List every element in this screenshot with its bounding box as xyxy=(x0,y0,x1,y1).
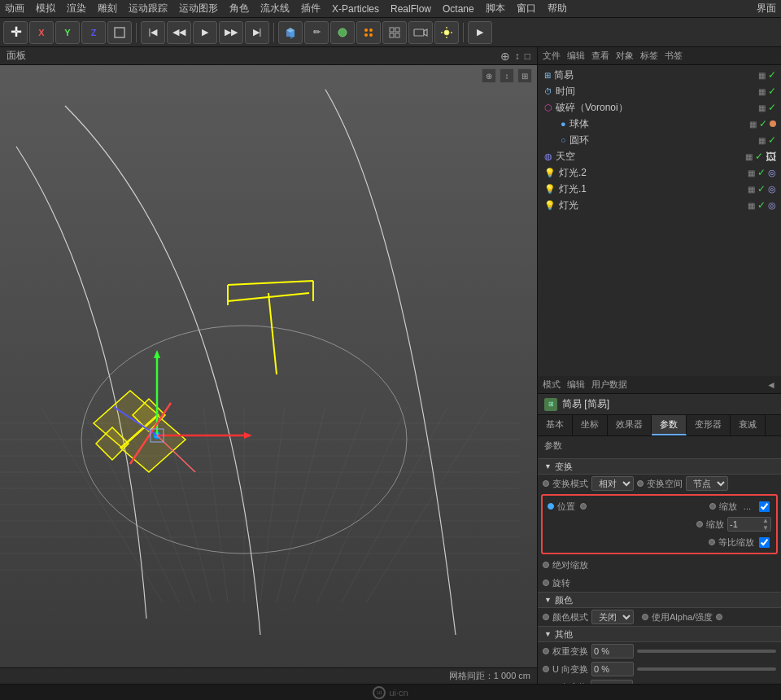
panel-collapse-arrow[interactable]: ◄ xyxy=(766,379,776,391)
scale-dot[interactable] xyxy=(709,503,716,510)
scene-item-time[interactable]: ⏱ 时间 ▦ ✓ xyxy=(538,83,781,99)
proportional-row: 等比缩放 xyxy=(544,533,774,551)
scene-item-light1[interactable]: 💡 灯光.1 ▦ ✓ ◎ xyxy=(538,181,781,197)
scene-item-light2[interactable]: 💡 灯光.2 ▦ ✓ ◎ xyxy=(538,164,781,181)
menu-item-simulate[interactable]: 模拟 xyxy=(36,2,55,15)
menu-item-pipeline[interactable]: 流水线 xyxy=(260,2,290,15)
weight-slider[interactable] xyxy=(637,650,776,653)
section-color[interactable]: ▼ 颜色 xyxy=(538,592,781,608)
scale-input[interactable] xyxy=(728,518,761,530)
play-forward-btn[interactable]: ▶▶ xyxy=(219,21,243,44)
scene-toolbar-file[interactable]: 文件 xyxy=(543,50,561,62)
nav-move-icon[interactable]: ⊕ xyxy=(482,68,496,83)
menu-item-window[interactable]: 窗口 xyxy=(517,2,536,15)
color-mode-select[interactable]: 关闭 开启 xyxy=(591,610,634,624)
position-dot2[interactable] xyxy=(580,503,587,510)
v-input[interactable] xyxy=(591,681,626,684)
rotation-dot[interactable] xyxy=(543,580,549,586)
nav-fullscreen-icon[interactable]: ⊞ xyxy=(517,68,532,83)
z-axis-btn[interactable]: Z xyxy=(81,21,106,44)
section-transform[interactable]: ▼ 变换 xyxy=(538,458,781,475)
u-dot[interactable] xyxy=(543,666,549,672)
scene-toolbar-object[interactable]: 对象 xyxy=(616,50,634,62)
scale-check[interactable] xyxy=(759,501,770,512)
menu-item-script[interactable]: 脚本 xyxy=(486,2,505,15)
weight-field[interactable] xyxy=(591,644,634,658)
menu-item-motion-graph[interactable]: 运动图形 xyxy=(179,2,218,15)
tab-effector[interactable]: 效果器 xyxy=(608,415,652,435)
tab-params[interactable]: 参数 xyxy=(652,415,687,435)
scale-up-arrow[interactable]: ▲ xyxy=(761,517,770,524)
prop-scale-dot[interactable] xyxy=(709,539,715,545)
scene-item-light[interactable]: 💡 灯光 ▦ ✓ ◎ xyxy=(538,197,781,213)
scale-down-arrow[interactable]: ▼ xyxy=(761,524,770,532)
tab-deform[interactable]: 变形器 xyxy=(687,415,731,435)
play-btn[interactable]: ▶ xyxy=(193,21,217,44)
menu-item-animation[interactable]: 动画 xyxy=(5,2,24,15)
transform-space-select[interactable]: 节点 全局 xyxy=(686,476,728,491)
scene-toolbar-bookmark[interactable]: 书签 xyxy=(665,50,683,62)
y-axis-btn[interactable]: Y xyxy=(55,21,80,44)
menu-item-octane[interactable]: Octane xyxy=(443,3,474,15)
v-field[interactable] xyxy=(591,680,633,684)
transform-mode-dot[interactable] xyxy=(543,480,549,487)
obj-btn[interactable] xyxy=(330,21,355,44)
play-end-btn[interactable]: ▶| xyxy=(245,21,269,44)
grid-btn[interactable] xyxy=(382,21,407,44)
viewport-zoom-icon[interactable]: ↕ xyxy=(515,50,520,62)
u-input[interactable] xyxy=(592,663,626,675)
tab-coord[interactable]: 坐标 xyxy=(573,415,608,435)
prop-scale-check[interactable] xyxy=(759,537,770,548)
scale-input-field[interactable]: ▲ ▼ xyxy=(727,517,771,532)
menu-item-xparticles[interactable]: X-Particles xyxy=(332,3,379,15)
scene-item-sky[interactable]: ◍ 天空 ▦ ✓ 🖼 xyxy=(538,148,781,164)
alpha-dot[interactable] xyxy=(642,614,648,620)
weight-dot[interactable] xyxy=(543,648,549,654)
cube-btn[interactable] xyxy=(278,21,303,44)
light-btn[interactable] xyxy=(434,21,459,44)
play-begin-btn[interactable]: |◀ xyxy=(141,21,165,44)
select-btn[interactable] xyxy=(107,21,132,44)
scene-toolbar-edit[interactable]: 编辑 xyxy=(567,50,585,62)
transform-space-dot[interactable] xyxy=(637,480,644,487)
scene-toolbar-tag[interactable]: 标签 xyxy=(640,50,658,62)
x-axis-btn[interactable]: X xyxy=(29,21,54,44)
menu-item-help[interactable]: 帮助 xyxy=(548,2,567,15)
pen-btn[interactable]: ✏ xyxy=(304,21,329,44)
scale2-dot[interactable] xyxy=(696,521,703,527)
tab-falloff[interactable]: 衰减 xyxy=(731,415,766,435)
tab-basic[interactable]: 基本 xyxy=(538,415,573,435)
viewport-fullscreen-icon[interactable]: □ xyxy=(525,50,530,62)
particles-btn[interactable] xyxy=(356,21,381,44)
scene-item-torus[interactable]: ○ 圆环 ▦ ✓ xyxy=(538,132,781,148)
absolute-scale-dot[interactable] xyxy=(543,562,549,568)
nav-zoom-icon[interactable]: ↕ xyxy=(500,68,514,83)
viewport-move-icon[interactable]: ⊕ xyxy=(500,50,510,63)
alpha-toggle-dot[interactable] xyxy=(716,614,722,620)
section-other[interactable]: ▼ 其他 xyxy=(538,626,781,642)
position-dot[interactable] xyxy=(548,503,554,510)
menu-item-plugins[interactable]: 插件 xyxy=(301,2,321,15)
viewport-canvas[interactable]: ⊕ ↕ ⊞ xyxy=(0,65,537,667)
props-mode-label[interactable]: 模式 xyxy=(543,378,561,391)
scene-item-sphere[interactable]: ● 球体 ▦ ✓ xyxy=(538,116,781,132)
u-field[interactable] xyxy=(591,662,634,676)
scene-item-simple[interactable]: ⊞ 简易 ▦ ✓ xyxy=(538,67,781,83)
menu-item-realflow[interactable]: RealFlow xyxy=(390,3,431,15)
render-arrow-btn[interactable]: ▶ xyxy=(468,21,492,44)
u-slider[interactable] xyxy=(637,667,776,671)
scene-item-voronoi[interactable]: ⬡ 破碎（Voronoi） ▦ ✓ xyxy=(538,99,781,116)
props-edit-label[interactable]: 编辑 xyxy=(567,378,585,391)
play-back-btn[interactable]: ◀◀ xyxy=(167,21,191,44)
menu-item-sculpt[interactable]: 雕刻 xyxy=(98,2,117,15)
menu-item-render[interactable]: 渲染 xyxy=(67,2,86,15)
weight-input[interactable] xyxy=(592,645,626,657)
scene-toolbar-view[interactable]: 查看 xyxy=(591,50,609,62)
color-mode-dot[interactable] xyxy=(543,614,549,620)
menu-item-motion-track[interactable]: 运动跟踪 xyxy=(129,2,168,15)
transform-mode-select[interactable]: 相对 绝对 xyxy=(591,476,634,491)
menu-item-character[interactable]: 角色 xyxy=(229,2,249,15)
props-userdata-label[interactable]: 用户数据 xyxy=(591,378,627,391)
camera-btn[interactable] xyxy=(408,21,433,44)
move-tool-btn[interactable]: ✛ xyxy=(3,21,28,44)
